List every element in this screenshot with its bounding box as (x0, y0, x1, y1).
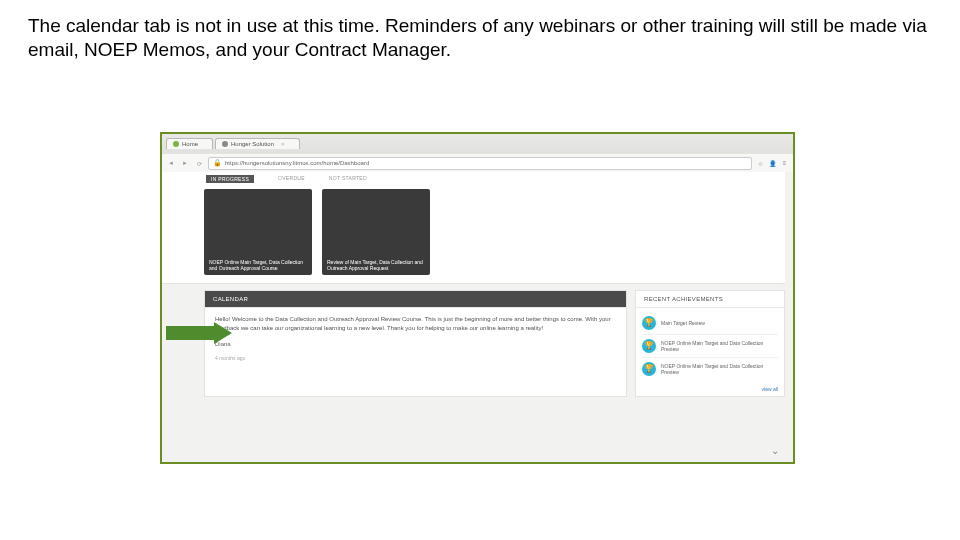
arrow-callout (166, 322, 232, 344)
tab-in-progress[interactable]: IN PROGRESS (206, 175, 254, 183)
news-text: Hello! Welcome to the Data Collection an… (215, 315, 616, 332)
achievements-column: RECENT ACHIEVEMENTS 🏆 Main Target Review… (635, 290, 785, 397)
page-body: IN PROGRESS OVERDUE NOT STARTED NOEP Onl… (162, 172, 793, 462)
tile-caption: Review of Main Target, Data Collection a… (327, 259, 425, 272)
slide-caption: The calendar tab is not in use at this t… (28, 14, 932, 62)
tile-caption: NOEP Online Main Target, Data Collection… (209, 259, 307, 272)
courses-strip: IN PROGRESS OVERDUE NOT STARTED NOEP Onl… (162, 172, 785, 284)
back-button[interactable]: ◄ (166, 158, 176, 168)
url-text: https://hungersolutionsny.litmos.com/hom… (225, 160, 369, 166)
screenshot-frame: Home Hunger Solution × ◄ ► ⟳ 🔒 https://h… (160, 132, 795, 464)
course-tile[interactable]: Review of Main Target, Data Collection a… (322, 189, 430, 275)
calendar-header[interactable]: CALENDAR (205, 291, 626, 308)
trophy-icon: 🏆 (642, 339, 656, 353)
menu-icon[interactable]: ≡ (780, 160, 789, 167)
achievement-label: NOEP Online Main Target and Data Collect… (661, 340, 778, 352)
trophy-icon: 🏆 (642, 316, 656, 330)
trophy-icon: 🏆 (642, 362, 656, 376)
course-tile[interactable]: NOEP Online Main Target, Data Collection… (204, 189, 312, 275)
tab-not-started[interactable]: NOT STARTED (329, 175, 367, 183)
browser-chrome: Home Hunger Solution × ◄ ► ⟳ 🔒 https://h… (162, 134, 793, 172)
user-icon[interactable]: 👤 (768, 160, 777, 167)
reload-button[interactable]: ⟳ (194, 158, 204, 168)
browser-tab-hunger[interactable]: Hunger Solution × (215, 138, 300, 149)
main-column: CALENDAR Hello! Welcome to the Data Coll… (204, 290, 627, 397)
achievement-label: Main Target Review (661, 320, 705, 326)
achievement-item[interactable]: 🏆 NOEP Online Main Target and Data Colle… (642, 335, 778, 358)
news-meta: 4 months ago (215, 355, 616, 362)
lock-icon: 🔒 (213, 159, 222, 167)
tab-overdue[interactable]: OVERDUE (278, 175, 305, 183)
news-signature: Diana (215, 340, 616, 349)
achievements-header: RECENT ACHIEVEMENTS (636, 291, 784, 308)
star-icon[interactable]: ☆ (756, 160, 765, 167)
address-bar[interactable]: 🔒 https://hungersolutionsny.litmos.com/h… (208, 157, 752, 170)
tab-label: Hunger Solution (231, 141, 274, 147)
tab-label: Home (182, 141, 198, 147)
browser-tab-home[interactable]: Home (166, 138, 213, 149)
favicon-icon (222, 141, 228, 147)
achievement-item[interactable]: 🏆 Main Target Review (642, 312, 778, 335)
achievement-label: NOEP Online Main Target and Data Collect… (661, 363, 778, 375)
news-panel: Hello! Welcome to the Data Collection an… (205, 308, 626, 369)
chevron-down-icon[interactable]: ⌄ (771, 445, 779, 456)
view-all-link[interactable]: view all (636, 384, 784, 396)
achievement-item[interactable]: 🏆 NOEP Online Main Target and Data Colle… (642, 358, 778, 380)
close-icon[interactable]: × (281, 141, 285, 147)
forward-button[interactable]: ► (180, 158, 190, 168)
favicon-icon (173, 141, 179, 147)
